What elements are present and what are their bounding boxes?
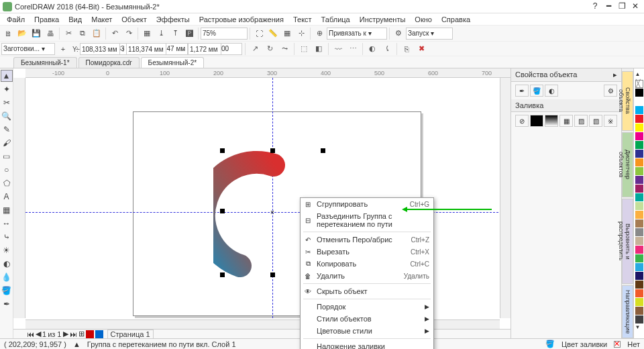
palette-color-9[interactable]: [635, 167, 643, 175]
blend-color-icon[interactable]: ◧: [312, 42, 325, 56]
handle-ne[interactable]: [321, 148, 325, 153]
ctx-item-5[interactable]: ⧉КопироватьCtrl+C: [301, 258, 433, 270]
handle-center[interactable]: ×: [270, 209, 276, 214]
guides-icon[interactable]: ⊹: [294, 27, 308, 40]
palette-color-4[interactable]: [635, 123, 643, 132]
tableview-icon[interactable]: ▦: [140, 27, 154, 40]
palette-color-23[interactable]: [635, 289, 643, 297]
tab-outline-icon[interactable]: ✒: [515, 85, 529, 97]
menu-edit[interactable]: Правка: [30, 14, 63, 25]
palette-color-22[interactable]: [635, 281, 643, 289]
palette-up[interactable]: ▲: [635, 71, 643, 79]
tab-fill-icon[interactable]: 🪣: [530, 85, 543, 97]
menu-window[interactable]: Окно: [411, 14, 436, 25]
crop-tool[interactable]: ✂: [1, 97, 13, 109]
save-preset-icon[interactable]: +: [56, 42, 70, 56]
palette-color-17[interactable]: [635, 237, 643, 245]
palette-color-13[interactable]: [635, 202, 643, 210]
nav-next[interactable]: ▶: [63, 330, 68, 338]
fill-bitmap-icon[interactable]: ▨: [574, 115, 588, 127]
fill-texture-icon[interactable]: ※: [604, 115, 617, 127]
palette-color-1[interactable]: [635, 97, 643, 105]
maximize-button[interactable]: ❐: [616, 2, 628, 11]
launch-dropdown[interactable]: Запуск ▾: [406, 28, 453, 40]
eyedropper-tool[interactable]: 💧: [1, 271, 13, 283]
palette-color-8[interactable]: [635, 158, 643, 166]
tab-trans-icon[interactable]: ◐: [545, 85, 558, 97]
handle-nw[interactable]: [220, 148, 225, 153]
help-button[interactable]: ?: [589, 2, 601, 11]
menu-text[interactable]: Текст: [289, 14, 316, 25]
print-icon[interactable]: 🖶: [44, 27, 57, 40]
close-button[interactable]: ✕: [629, 2, 641, 11]
table-tool[interactable]: ▦: [1, 204, 13, 216]
dimension-tool[interactable]: ↔: [1, 217, 13, 230]
clear-blend-icon[interactable]: ✖: [415, 42, 428, 56]
text-tool[interactable]: A: [1, 191, 13, 203]
palette-color-2[interactable]: [635, 106, 643, 114]
nav-last[interactable]: ⏭: [70, 330, 77, 338]
doctab-0[interactable]: Безымянный-1*: [13, 57, 77, 68]
menu-file[interactable]: Файл: [3, 14, 29, 25]
palette-color-7[interactable]: [635, 150, 643, 158]
handle-n[interactable]: [270, 148, 275, 153]
nav-add[interactable]: ⊞: [78, 330, 85, 338]
freehand-tool[interactable]: ✎: [1, 123, 13, 136]
nav-page[interactable]: 1: [42, 330, 46, 338]
artistic-tool[interactable]: 🖌: [1, 137, 13, 149]
redo-icon[interactable]: ↷: [122, 27, 136, 40]
menu-bitmap[interactable]: Растровые изображения: [195, 14, 288, 25]
scrollbar-vertical[interactable]: [500, 78, 511, 318]
fill-two-icon[interactable]: ▧: [589, 115, 602, 127]
ctx-item-8[interactable]: 👁Скрыть объект: [301, 285, 433, 297]
copy-icon[interactable]: ⧉: [76, 27, 89, 40]
publish-icon[interactable]: 🅿: [182, 27, 196, 40]
blend-direct-icon[interactable]: ↗: [248, 42, 262, 56]
dock-close-icon[interactable]: ▸: [613, 70, 617, 79]
menu-object[interactable]: Объект: [117, 14, 150, 25]
palette-down[interactable]: ▼: [635, 324, 643, 332]
dock-header-fill[interactable]: Заливка: [511, 99, 621, 112]
palette-color-25[interactable]: [635, 307, 643, 315]
page-tab[interactable]: Страница 1: [107, 330, 154, 339]
connector-tool[interactable]: ⤷: [1, 231, 13, 243]
palette-color-19[interactable]: [635, 254, 643, 262]
polygon-tool[interactable]: ⬠: [1, 177, 13, 189]
transparency-tool[interactable]: ◐: [1, 258, 13, 270]
rulers-icon[interactable]: 📏: [266, 27, 280, 40]
minimize-button[interactable]: ━: [602, 2, 614, 11]
menu-table[interactable]: Таблица: [317, 14, 354, 25]
sidetab-objprops[interactable]: Свойства объекта: [622, 71, 633, 131]
shape-tool[interactable]: ✦: [1, 83, 13, 95]
fill-tool[interactable]: 🪣: [1, 285, 13, 297]
cut-icon[interactable]: ✂: [62, 27, 75, 40]
nav-prev[interactable]: ◀: [36, 330, 41, 338]
menu-layout[interactable]: Макет: [87, 14, 116, 25]
handle-w[interactable]: [220, 209, 225, 213]
status-fill-icon[interactable]: 🪣: [545, 340, 555, 348]
fill-fountain-icon[interactable]: [545, 115, 558, 127]
start-end-icon[interactable]: ◐: [366, 42, 379, 56]
swatch-red[interactable]: [86, 330, 94, 338]
palette-color-18[interactable]: [635, 246, 643, 254]
palette-color-20[interactable]: [635, 263, 643, 271]
palette-color-6[interactable]: [635, 141, 643, 149]
dock-header-objprops[interactable]: Свойства объекта▸: [511, 68, 621, 82]
handle-s[interactable]: [270, 272, 275, 277]
ctx-item-10[interactable]: Порядок▶: [301, 301, 433, 313]
save-icon[interactable]: 💾: [30, 27, 43, 40]
copy-blend-icon[interactable]: ⎘: [400, 42, 413, 56]
menu-help[interactable]: Справка: [437, 14, 474, 25]
doctab-1[interactable]: Помидорка.cdr: [78, 57, 140, 68]
blend-spacing[interactable]: 1,172 мм: [188, 43, 221, 55]
ruler-horizontal[interactable]: -1000100 200300400 500600700: [25, 68, 511, 78]
fullscreen-icon[interactable]: ⛶: [252, 27, 266, 40]
fill-none-icon[interactable]: ⊘: [515, 115, 529, 127]
paste-icon[interactable]: 📋: [90, 27, 103, 40]
blend-obj-icon[interactable]: ⬚: [297, 42, 311, 56]
ctx-item-3[interactable]: ↶Отменить Перо/абрисCtrl+Z: [301, 234, 433, 246]
ctx-item-11[interactable]: Стили объектов▶: [301, 313, 433, 325]
palette-color-24[interactable]: [635, 298, 643, 306]
options-icon[interactable]: ⚙: [392, 27, 405, 40]
ctx-item-14[interactable]: Наложение заливки: [301, 340, 433, 349]
